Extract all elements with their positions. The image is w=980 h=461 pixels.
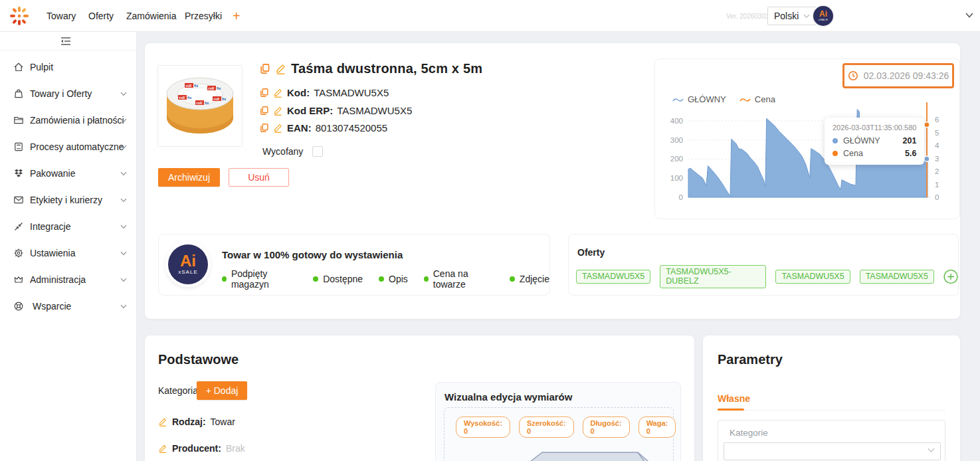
readiness-card: Ai xSALE Towar w 100% gotowy do wystawie… xyxy=(158,234,550,296)
sidebar-item-zamowienia-i-platnosci[interactable]: Zamówienia i płatności xyxy=(0,107,137,134)
offer-tag[interactable]: TASMADWU5X5 xyxy=(576,270,650,284)
dimension-pill-szerokosc[interactable]: Szerokość: 0 xyxy=(519,416,574,438)
navbar-tab-zamowienia[interactable]: Zamówienia xyxy=(126,0,176,32)
sidebar-item-administracja[interactable]: Administracja xyxy=(0,266,137,293)
navbar-tab-oferty[interactable]: Oferty xyxy=(88,0,114,32)
sidebar-item-etykiety-i-kurierzy[interactable]: Etykiety i kurierzy xyxy=(0,187,137,213)
sidebar-item-label: Procesy automatyczne xyxy=(30,141,124,152)
sidebar-item-pulpit[interactable]: Pulpit xyxy=(0,54,137,80)
add-offer-icon[interactable] xyxy=(943,269,958,284)
chevron-down-icon xyxy=(120,145,127,149)
category-label: Kategoria xyxy=(158,385,198,396)
sidebar-item-procesy-automatyczne[interactable]: Procesy automatyczne xyxy=(0,134,137,160)
check-dot-icon xyxy=(222,276,227,282)
sidebar-item-label: Ustawienia xyxy=(30,248,75,258)
kategorie-select[interactable] xyxy=(724,442,941,460)
edit-pencil-icon[interactable] xyxy=(273,88,283,98)
product-ean-row: EAN: 8013074520055 xyxy=(259,122,387,134)
sidebar-item-wsparcie[interactable]: Wsparcie xyxy=(0,293,137,320)
edit-pencil-icon[interactable] xyxy=(158,444,167,453)
support-icon xyxy=(13,301,24,312)
series-dot-icon xyxy=(833,138,838,143)
basic-title: Podstawowe xyxy=(158,352,239,367)
sidebar-item-pakowanie[interactable]: Pakowanie xyxy=(0,160,137,187)
badge-ai-text: Ai xyxy=(180,254,196,268)
sidebar-item-label: Pulpit xyxy=(30,62,53,72)
parameter-group-box: Kategorie xyxy=(718,420,945,461)
sidebar-item-label: Integracje xyxy=(30,221,70,232)
user-avatar[interactable]: Ai xSALE xyxy=(813,6,833,26)
sidebar: Pulpit Towary i Oferty Zamówienia i płat… xyxy=(0,32,137,461)
offer-tag[interactable]: TASMADWU5X5-DUBELZ xyxy=(660,265,766,288)
rodzaj-row: Rodzaj: Towar xyxy=(158,416,235,427)
copy-icon[interactable] xyxy=(259,63,270,74)
sidebar-item-label: Administracja xyxy=(30,274,86,285)
archive-button[interactable]: Archiwizuj xyxy=(158,168,220,187)
3d-box-preview xyxy=(508,446,667,461)
tooltip-series-name: Cena xyxy=(843,149,863,158)
svg-text:400: 400 xyxy=(670,117,683,125)
edit-pencil-icon[interactable] xyxy=(158,417,167,426)
offers-card: Oferty TASMADWU5X5 TASMADWU5X5-DUBELZ TA… xyxy=(568,234,959,296)
dimension-pill-dlugosc[interactable]: Długość: 0 xyxy=(583,416,630,438)
svg-text:4: 4 xyxy=(935,141,939,149)
gear-icon xyxy=(13,248,24,258)
product-code-row: Kod: TASMADWU5X5 xyxy=(259,87,389,98)
add-category-button[interactable]: + Dodaj xyxy=(197,381,247,400)
chevron-down-icon xyxy=(803,14,810,19)
svg-text:200: 200 xyxy=(670,155,683,163)
xsale-badge: Ai xSALE xyxy=(168,244,208,284)
wycofany-checkbox[interactable] xyxy=(312,146,323,157)
copy-icon[interactable] xyxy=(259,123,269,133)
check-item: Opis xyxy=(379,268,408,290)
navbar-tab-przesylki[interactable]: Przesyłki xyxy=(185,0,222,32)
dimension-pill-waga[interactable]: Waga: 0 xyxy=(638,416,676,438)
avatar-xsale-text: xSALE xyxy=(819,18,829,21)
product-erp-code-row: Kod ERP: TASMADWU5X5 xyxy=(259,105,412,116)
offer-tag[interactable]: TASMADWU5X5 xyxy=(860,270,934,284)
check-item: Dostępne xyxy=(313,268,363,290)
chevron-down-icon xyxy=(120,278,127,282)
dimensions-title: Wizualna edycja wymiarów xyxy=(444,391,572,403)
readiness-checks: Podpięty magazyn Dostępne Opis Cena na t… xyxy=(222,268,549,290)
avatar-ai-text: Ai xyxy=(819,11,827,18)
sidebar-item-integracje[interactable]: Integracje xyxy=(0,213,137,240)
dimension-pill-wysokosc[interactable]: Wysokość: 0 xyxy=(456,416,510,438)
producent-row: Producent: Brak xyxy=(158,443,245,454)
offer-tag[interactable]: TASMADWU5X5 xyxy=(775,270,850,284)
chevron-down-icon xyxy=(120,304,127,309)
xsale-logo-icon[interactable] xyxy=(8,5,31,27)
tooltip-series-value: 5.6 xyxy=(888,149,916,158)
sidebar-collapse-icon[interactable] xyxy=(60,37,71,46)
tab-wlasne[interactable]: Własne xyxy=(718,393,750,404)
svg-text:roll: roll xyxy=(209,86,215,90)
product-erp-label: Kod ERP: xyxy=(287,105,333,116)
home-icon xyxy=(13,62,24,72)
edit-pencil-icon[interactable] xyxy=(275,63,286,74)
chevron-down-icon xyxy=(120,251,127,256)
language-selector[interactable]: Polski xyxy=(767,7,817,25)
navbar-add-tab-button[interactable]: + xyxy=(233,8,241,24)
copy-icon[interactable] xyxy=(259,106,269,116)
product-image: rollfix rollfix rollfix rollfix rollfix xyxy=(157,65,243,147)
edit-pencil-icon[interactable] xyxy=(273,106,283,116)
badge-xsale-text: xSALE xyxy=(178,269,197,275)
chevron-down-icon xyxy=(120,225,127,229)
product-code-label: Kod: xyxy=(287,87,310,98)
tooltip-row-cena: Cena 5.6 xyxy=(833,149,916,158)
sidebar-item-ustawienia[interactable]: Ustawienia xyxy=(0,240,137,266)
copy-icon[interactable] xyxy=(259,88,269,98)
svg-text:roll: roll xyxy=(197,101,203,105)
tab-active-indicator xyxy=(718,409,744,411)
navbar-collapse-chevron-icon[interactable] xyxy=(965,12,974,19)
basic-info-card: Podstawowe Kategoria + Dodaj Rodzaj: Tow… xyxy=(145,335,694,461)
delete-button[interactable]: Usuń xyxy=(229,168,289,187)
product-ean-label: EAN: xyxy=(287,122,312,134)
crown-icon xyxy=(13,274,24,285)
product-title-row: Taśma dwustronna, 5cm x 5m xyxy=(259,61,482,76)
chart-tooltip: 2026-03-03T11:35:00.580 GŁÓWNY 201 Cena … xyxy=(825,118,924,165)
navbar-tab-towary[interactable]: Towary xyxy=(47,0,76,32)
edit-pencil-icon[interactable] xyxy=(273,123,283,133)
check-item: Zdjęcie xyxy=(510,268,549,290)
sidebar-item-towary-i-oferty[interactable]: Towary i Oferty xyxy=(0,80,137,107)
